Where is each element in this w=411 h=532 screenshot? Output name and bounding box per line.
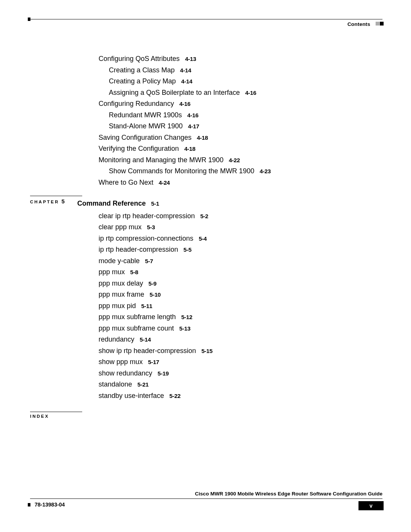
toc-entry: ppp mux frame5-10 bbox=[30, 289, 382, 300]
toc-entry: redundancy5-14 bbox=[30, 334, 382, 345]
toc-entry-text: ppp mux frame bbox=[99, 291, 144, 298]
toc-entry-ref: 4-23 bbox=[260, 168, 271, 174]
toc-entry-ref: 5-21 bbox=[137, 381, 148, 388]
page-container: Contents Configuring QoS Attributes4-13C… bbox=[30, 15, 382, 517]
chapter-label-text: CHAPTER bbox=[30, 200, 59, 204]
toc-entry-ref: 5-14 bbox=[140, 336, 151, 343]
toc-entry-ref: 5-8 bbox=[130, 269, 138, 275]
toc-entry-text: show ppp mux bbox=[99, 358, 143, 366]
toc-entry: ppp mux pid5-11 bbox=[30, 300, 382, 312]
toc-entry-text: Creating a Class Map bbox=[109, 66, 175, 74]
toc-entry-ref: 4-16 bbox=[187, 112, 198, 118]
toc-section-1: Configuring QoS Attributes4-13Creating a… bbox=[30, 53, 382, 188]
toc-entry: ppp mux subframe count5-13 bbox=[30, 323, 382, 334]
header-right-mark-shadow-icon bbox=[376, 22, 379, 26]
toc-entry-text: standby use-interface bbox=[99, 392, 164, 399]
toc-entry-text: Show Commands for Monitoring the MWR 190… bbox=[109, 167, 254, 175]
toc-entry-ref: 5-2 bbox=[200, 213, 208, 219]
toc-entry: Redundant MWR 1900s4-16 bbox=[30, 110, 382, 121]
toc-entry: ppp mux delay5-9 bbox=[30, 278, 382, 289]
toc-entry-text: ppp mux delay bbox=[99, 280, 143, 287]
toc-entry-text: Monitoring and Managing the MWR 1900 bbox=[99, 156, 223, 164]
toc-entry-text: mode y-cable bbox=[99, 257, 140, 265]
toc-entry: Verifying the Configuration4-18 bbox=[30, 143, 382, 155]
toc-entry: ip rtp header-compression5-5 bbox=[30, 244, 382, 256]
chapter-label: CHAPTER5 bbox=[30, 198, 65, 204]
toc-entry-ref: 4-24 bbox=[159, 179, 170, 186]
footer-page-number: v bbox=[358, 501, 384, 510]
toc-entry-ref: 5-10 bbox=[150, 291, 161, 298]
toc-entry-ref: 4-17 bbox=[188, 123, 199, 129]
toc-entry-ref: 5-5 bbox=[183, 246, 191, 253]
toc-entry-text: Configuring Redundancy bbox=[99, 100, 174, 107]
toc-entry: mode y-cable5-7 bbox=[30, 256, 382, 267]
toc-entry-text: ppp mux subframe length bbox=[99, 313, 176, 321]
toc-entry-ref: 5-19 bbox=[158, 370, 169, 377]
toc-entry: standby use-interface5-22 bbox=[30, 390, 382, 402]
toc-entry-text: redundancy bbox=[99, 335, 134, 343]
toc-entry-ref: 4-18 bbox=[197, 134, 208, 141]
index-label: INDEX bbox=[30, 414, 49, 419]
toc-entry-text: Saving Configuration Changes bbox=[99, 134, 191, 141]
toc-entry: Saving Configuration Changes4-18 bbox=[30, 132, 382, 144]
content-area: Configuring QoS Attributes4-13Creating a… bbox=[30, 53, 382, 414]
toc-entry-ref: 5-11 bbox=[141, 303, 152, 309]
toc-entry-text: ppp mux bbox=[99, 268, 125, 276]
chapter-title-ref: 5-1 bbox=[151, 200, 159, 207]
footer-left-mark-icon bbox=[28, 503, 30, 506]
chapter-number: 5 bbox=[62, 198, 65, 204]
toc-entry-ref: 5-17 bbox=[148, 359, 159, 365]
header-right-mark-icon bbox=[380, 22, 384, 26]
toc-entry-text: standalone bbox=[99, 380, 132, 388]
toc-entry-text: Configuring QoS Attributes bbox=[99, 55, 180, 62]
toc-entry-ref: 5-7 bbox=[145, 258, 153, 264]
toc-entry-text: ip rtp header-compression bbox=[99, 246, 178, 253]
toc-entry: show redundancy5-19 bbox=[30, 368, 382, 379]
chapter-title-row: Command Reference5-1 bbox=[30, 198, 382, 209]
chapter-items: clear ip rtp header-compression5-2clear … bbox=[30, 209, 382, 402]
toc-entry-text: clear ppp mux bbox=[99, 223, 142, 231]
toc-entry-text: show redundancy bbox=[99, 369, 152, 377]
toc-entry-ref: 4-14 bbox=[181, 78, 192, 85]
toc-entry-ref: 5-3 bbox=[147, 224, 155, 230]
toc-entry: ppp mux subframe length5-12 bbox=[30, 312, 382, 323]
toc-entry-ref: 4-14 bbox=[180, 67, 191, 73]
chapter-rule bbox=[30, 196, 82, 196]
toc-entry-ref: 5-15 bbox=[201, 348, 212, 354]
toc-entry-text: clear ip rtp header-compression bbox=[99, 212, 195, 220]
toc-entry: Creating a Class Map4-14 bbox=[30, 65, 382, 76]
toc-entry: Configuring QoS Attributes4-13 bbox=[30, 53, 382, 65]
toc-entry-ref: 4-18 bbox=[184, 145, 195, 152]
toc-entry-text: show ip rtp header-compression bbox=[99, 347, 196, 355]
toc-entry-text: ppp mux subframe count bbox=[99, 324, 174, 332]
chapter-block: CHAPTER5 Command Reference5-1 clear ip r… bbox=[30, 198, 382, 401]
toc-entry: Stand-Alone MWR 19004-17 bbox=[30, 121, 382, 132]
header-left-mark-icon bbox=[28, 18, 30, 21]
toc-entry-text: Assigning a QoS Boilerplate to an Interf… bbox=[109, 89, 240, 96]
toc-entry: ip rtp compression-connections5-4 bbox=[30, 233, 382, 244]
header-label: Contents bbox=[347, 21, 370, 27]
chapter-title: Command Reference bbox=[77, 200, 146, 207]
toc-entry: clear ip rtp header-compression5-2 bbox=[30, 211, 382, 222]
toc-entry: Show Commands for Monitoring the MWR 190… bbox=[30, 166, 382, 177]
toc-entry-text: Verifying the Configuration bbox=[99, 145, 179, 152]
toc-entry-text: Creating a Policy Map bbox=[109, 77, 176, 85]
header-rule bbox=[30, 19, 382, 19]
toc-entry-ref: 5-13 bbox=[179, 325, 190, 332]
toc-entry-text: Stand-Alone MWR 1900 bbox=[109, 122, 183, 130]
toc-entry-ref: 4-22 bbox=[229, 157, 240, 163]
toc-entry-ref: 4-13 bbox=[185, 56, 196, 62]
toc-entry-ref: 4-16 bbox=[179, 101, 190, 107]
toc-entry-ref: 5-9 bbox=[148, 280, 156, 287]
footer-book-title: Cisco MWR 1900 Mobile Wireless Edge Rout… bbox=[195, 491, 382, 497]
toc-entry: standalone5-21 bbox=[30, 379, 382, 390]
toc-entry: clear ppp mux5-3 bbox=[30, 222, 382, 233]
toc-entry: Where to Go Next4-24 bbox=[30, 177, 382, 189]
toc-entry: show ip rtp header-compression5-15 bbox=[30, 345, 382, 357]
toc-entry-text: Where to Go Next bbox=[99, 179, 153, 186]
index-rule bbox=[30, 412, 82, 412]
toc-entry-ref: 5-4 bbox=[199, 235, 207, 242]
toc-entry-ref: 5-12 bbox=[181, 314, 192, 320]
footer-doc-number: 78-13983-04 bbox=[35, 502, 65, 508]
toc-entry-ref: 4-16 bbox=[245, 89, 256, 96]
